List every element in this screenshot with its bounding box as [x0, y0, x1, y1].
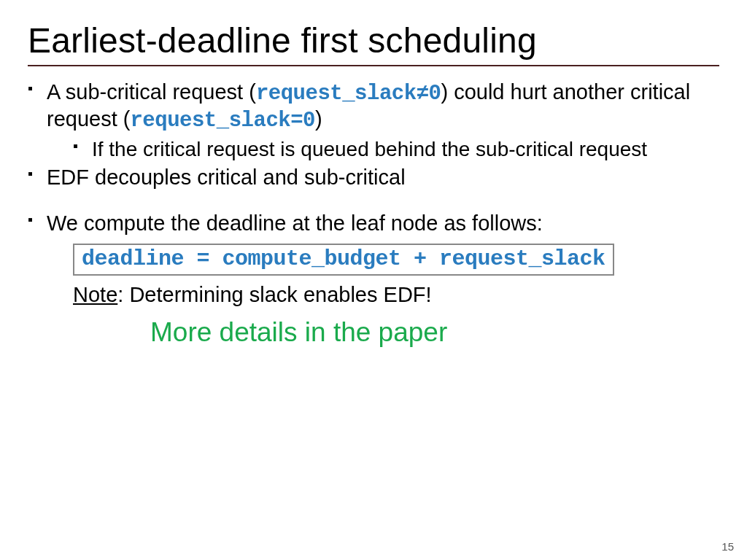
bullet-1-sublist: If the critical request is queued behind…: [47, 137, 719, 162]
b1-text-post: ): [315, 107, 322, 131]
note-rest: : Determining slack enables EDF!: [117, 283, 431, 306]
b1-text-pre: A sub-critical request (: [47, 80, 256, 104]
bullet-2: EDF decouples critical and sub-critical: [28, 165, 719, 190]
bullet-1-sub-1: If the critical request is queued behind…: [73, 137, 719, 162]
page-number: 15: [721, 540, 734, 553]
b1-neq: ≠0: [417, 82, 441, 106]
formula-box: deadline = compute_budget + request_slac…: [73, 244, 614, 276]
more-details: More details in the paper: [150, 317, 719, 348]
title-rule: [28, 65, 719, 66]
b1-code-1: request_slack: [256, 82, 417, 106]
formula-container: deadline = compute_budget + request_slac…: [73, 244, 719, 276]
slide-title: Earliest-deadline first scheduling: [28, 22, 719, 61]
bullet-list: A sub-critical request (request_slack≠0)…: [28, 79, 719, 237]
b1-eq: =0: [290, 109, 315, 133]
note-line: Note: Determining slack enables EDF!: [73, 283, 719, 307]
bullet-1: A sub-critical request (request_slack≠0)…: [28, 79, 719, 162]
b1-code-2: request_slack: [130, 109, 290, 133]
bullet-3: We compute the deadline at the leaf node…: [28, 211, 719, 236]
slide: Earliest-deadline first scheduling A sub…: [0, 0, 747, 560]
note-label: Note: [73, 283, 117, 306]
